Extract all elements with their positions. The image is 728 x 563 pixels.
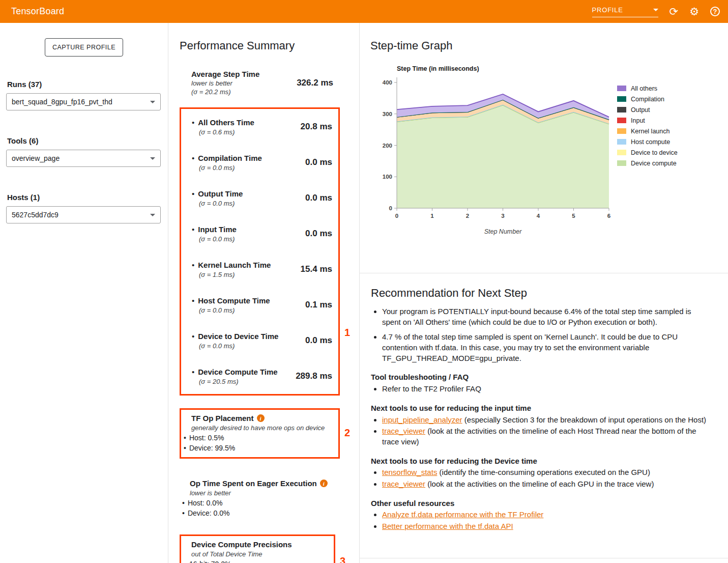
legend-item[interactable]: Compilation	[617, 94, 678, 104]
sidebar: CAPTURE PROFILE Runs (37) bert_squad_8gp…	[0, 23, 168, 563]
device-tools-heading: Next tools to use for reducing the Devic…	[371, 456, 709, 467]
bullet-icon: •	[184, 434, 186, 442]
tools-select[interactable]: overview_page	[6, 150, 161, 167]
trace-viewer-link[interactable]: trace_viewer	[382, 480, 425, 488]
legend-item[interactable]: Host compute	[617, 136, 678, 147]
reload-icon[interactable]: ⟳	[669, 6, 679, 17]
legend-item[interactable]: All others	[617, 83, 678, 94]
annotation-box-3: 3 Device Compute Precisions out of Total…	[180, 534, 335, 563]
tool-item: trace_viewer (look at the activities on …	[382, 426, 709, 447]
legend-item[interactable]: Kernel launch	[617, 126, 678, 136]
tfdata-performance-link[interactable]: Analyze tf.data performance with the TF …	[382, 510, 543, 519]
dashboard-selector-value: PROFILE	[592, 6, 623, 14]
legend-swatch	[617, 150, 626, 155]
svg-text:2: 2	[466, 213, 469, 219]
svg-text:0: 0	[395, 213, 398, 219]
metric-label: All Others Time	[198, 118, 254, 127]
help-icon[interactable]: ?	[710, 7, 720, 16]
legend-item[interactable]: Input	[617, 115, 678, 126]
metric-sigma: (σ = 0.0 ms)	[199, 200, 243, 207]
metric-label: Input Time	[198, 225, 237, 234]
hosts-select[interactable]: 5627c5dd7dc9	[6, 206, 161, 223]
bullet-icon: •	[192, 332, 194, 341]
annotation-box-1: 1 •All Others Time (σ = 0.6 ms) 20.8 ms …	[180, 107, 340, 396]
info-icon[interactable]: i	[320, 480, 328, 487]
legend-swatch	[617, 160, 626, 166]
bullet-icon: •	[184, 560, 186, 563]
chevron-down-icon	[150, 157, 155, 160]
legend-swatch	[617, 107, 626, 112]
metric-value: 0.0 ms	[305, 157, 332, 167]
metric-value: 326.2 ms	[297, 78, 333, 88]
bullet-icon: •	[192, 154, 194, 162]
recommendation-bullet: 4.7 % of the total step time sampled is …	[382, 332, 709, 363]
svg-text:400: 400	[383, 79, 392, 86]
metric-value: 20.8 ms	[301, 122, 332, 132]
metric-sigma: (σ = 20.2 ms)	[191, 88, 259, 96]
svg-text:200: 200	[383, 143, 392, 149]
tensorflow-stats-link[interactable]: tensorflow_stats	[382, 468, 437, 476]
legend-item[interactable]: Device compute	[617, 158, 678, 168]
svg-text:0: 0	[389, 205, 392, 211]
bullet-icon: •	[192, 118, 194, 127]
trace-viewer-link[interactable]: trace_viewer	[382, 427, 425, 435]
svg-text:Step Time (in milliseconds): Step Time (in milliseconds)	[397, 65, 479, 72]
recommendation-bullets: Your program is POTENTIALLY input-bound …	[371, 306, 709, 363]
bullet-icon: •	[182, 499, 185, 507]
eager-execution-block: Op Time Spent on Eager Execution i lower…	[180, 475, 359, 522]
stat-item: •Device: 99.5%	[184, 444, 334, 452]
recommendation-bullet: Your program is POTENTIALLY input-bound …	[382, 306, 709, 327]
metric-value: 289.8 ms	[296, 371, 332, 381]
metric-value: 0.0 ms	[305, 229, 332, 239]
tool-item: input_pipeline_analyzer (especially Sect…	[382, 415, 709, 426]
tools-label: Tools (6)	[7, 136, 168, 145]
legend-item[interactable]: Device to device	[617, 147, 678, 158]
gear-icon[interactable]: ⚙	[689, 6, 699, 17]
chevron-down-icon	[653, 9, 658, 11]
metric-row: •All Others Time (σ = 0.6 ms) 20.8 ms	[181, 109, 338, 145]
input-pipeline-analyzer-link[interactable]: input_pipeline_analyzer	[382, 415, 462, 424]
metric-sigma: (σ = 0.0 ms)	[199, 306, 270, 314]
runs-select[interactable]: bert_squad_8gpu_fp16_pvt_thd	[6, 93, 161, 110]
input-tools-heading: Next tools to use for reducing the input…	[371, 403, 709, 414]
annotation-number-2: 2	[344, 427, 350, 439]
legend-swatch	[617, 118, 626, 123]
step-time-graph-section: Step-time Graph Step Time (in millisecon…	[360, 23, 728, 273]
stat-item: •Device: 0.0%	[182, 509, 355, 517]
svg-text:1: 1	[430, 213, 434, 219]
legend-item[interactable]: Output	[617, 104, 678, 115]
bullet-icon: •	[182, 509, 185, 517]
hosts-label: Hosts (1)	[7, 193, 168, 202]
runs-label: Runs (37)	[7, 80, 168, 89]
resource-item: Better performance with the tf.data API	[382, 521, 709, 532]
svg-text:300: 300	[383, 111, 392, 117]
metric-label: Device to Device Time	[198, 332, 278, 341]
tfdata-api-link[interactable]: Better performance with the tf.data API	[382, 522, 513, 530]
stat-item: •Host: 0.5%	[184, 434, 334, 442]
dashboard-selector[interactable]: PROFILE	[592, 6, 658, 17]
metric-sigma: (σ = 0.6 ms)	[199, 128, 254, 136]
legend-swatch	[617, 128, 626, 134]
chevron-down-icon	[150, 214, 155, 216]
performance-summary-title: Performance Summary	[180, 39, 359, 52]
metric-row: •Compilation Time (σ = 0.0 ms) 0.0 ms	[181, 145, 338, 180]
hosts-select-value: 5627c5dd7dc9	[12, 211, 147, 219]
annotation-number-1: 1	[344, 327, 350, 339]
metric-row: •Output Time (σ = 0.0 ms) 0.0 ms	[181, 180, 338, 216]
metric-sigma: (σ = 0.0 ms)	[199, 235, 237, 243]
stat-item: •16-bit: 70.2%	[184, 560, 330, 563]
metric-label: Device Compute Time	[198, 368, 277, 376]
chevron-down-icon	[150, 101, 155, 103]
step-time-chart[interactable]: Step Time (in milliseconds)0100200300400…	[370, 62, 615, 240]
metric-sigma: (σ = 0.0 ms)	[199, 164, 262, 172]
bullet-icon: •	[184, 444, 186, 452]
metric-value: 15.4 ms	[301, 264, 332, 274]
metric-sigma: (σ = 1.5 ms)	[199, 271, 271, 278]
bullet-icon: •	[192, 225, 194, 234]
info-icon[interactable]: i	[257, 414, 265, 422]
tool-item: tensorflow_stats (identify the time-cons…	[382, 467, 709, 478]
metric-sigma: (σ = 20.5 ms)	[199, 378, 278, 385]
capture-profile-button[interactable]: CAPTURE PROFILE	[45, 38, 123, 57]
legend-swatch	[617, 86, 626, 91]
annotation-number-3: 3	[340, 555, 345, 563]
